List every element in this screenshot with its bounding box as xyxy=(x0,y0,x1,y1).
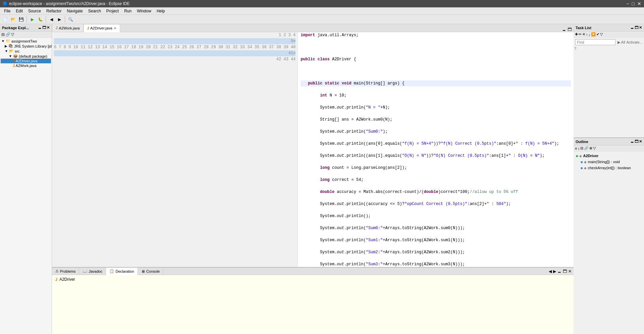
view-menu-button[interactable]: ▽ xyxy=(11,32,14,37)
task-move-down[interactable]: ↓ xyxy=(589,32,591,37)
tree-toggle[interactable]: ▼ xyxy=(5,49,8,53)
tree-item-default-package[interactable]: ▼ 📦 (default package) xyxy=(1,54,51,59)
maximize-button[interactable]: □ xyxy=(632,1,635,6)
toolbar-search[interactable]: 🔍 xyxy=(67,16,74,23)
outline-item-a2driver[interactable]: ● ◆ A2Driver xyxy=(575,153,643,159)
tree-item-a2driver[interactable]: J A2Driver.java xyxy=(1,59,51,63)
outline-maximize[interactable]: 🗖 xyxy=(635,139,638,144)
task-search-input[interactable] xyxy=(575,39,615,45)
title-text: eclipse-workspace - assignmentTwo/src/A2… xyxy=(9,1,129,6)
tab-javadoc[interactable]: 📖 Javadoc xyxy=(79,268,106,275)
menu-refactor[interactable]: Refactor xyxy=(44,8,64,14)
tab-close-a2driver[interactable]: ✕ xyxy=(114,26,116,30)
bottom-maximize[interactable]: 🗖 xyxy=(563,269,567,274)
toolbar-save[interactable]: 💾 xyxy=(17,16,25,23)
tree-item-src[interactable]: ▼ 📂 src xyxy=(1,49,51,54)
outline-panel: Outline 🗕 🗖 ✕ ≡ ↕ ⊟ 🔗 ⊕ ▽ ● ◆ xyxy=(574,138,644,334)
package-explorer-toolbar: ⊟ 🔗 ▽ xyxy=(0,31,52,38)
outline-close[interactable]: ✕ xyxy=(639,139,642,144)
task-close[interactable]: ✕ xyxy=(639,25,642,30)
toolbar-back[interactable]: ◀ xyxy=(48,16,55,23)
minimize-button[interactable]: − xyxy=(626,1,629,6)
package-explorer-close[interactable]: ✕ xyxy=(47,25,50,30)
menu-window[interactable]: Window xyxy=(134,8,154,14)
task-move-up[interactable]: ↑ xyxy=(586,32,588,37)
task-edit[interactable]: ✏ xyxy=(579,32,582,37)
editor-tab-maximize[interactable]: 🗖 xyxy=(568,27,572,32)
outline-header-buttons[interactable]: 🗕 🗖 ✕ xyxy=(630,139,642,144)
menu-source[interactable]: Source xyxy=(25,8,44,14)
task-all-label[interactable]: ▶ All xyxy=(618,40,625,44)
task-maximize[interactable]: 🗖 xyxy=(635,25,638,30)
menu-run[interactable]: Run xyxy=(121,8,134,14)
tree-item-a2work[interactable]: J A2Work.java xyxy=(1,63,51,68)
task-list-header-buttons[interactable]: 🗕 🗖 ✕ xyxy=(630,25,642,30)
outline-sync[interactable]: 🔗 xyxy=(584,146,589,150)
menu-file[interactable]: File xyxy=(1,8,13,14)
task-mark-done[interactable]: ✔ xyxy=(596,32,599,37)
tree-item-assignmenttwo[interactable]: ▼ 📁 assignmentTwo xyxy=(1,39,51,44)
bottom-close[interactable]: ✕ xyxy=(568,269,572,274)
task-minimize[interactable]: 🗕 xyxy=(630,25,634,30)
bottom-tabs: ⚠ Problems 📖 Javadoc 📋 Declaration 🖥 Con… xyxy=(52,268,574,275)
tab-label-javadoc: Javadoc xyxy=(89,269,102,273)
task-new[interactable]: ✚ xyxy=(575,32,578,37)
tab-console[interactable]: 🖥 Console xyxy=(138,268,163,275)
outline-hide-fields[interactable]: ≡ xyxy=(575,146,577,150)
declaration-label: A2Driver xyxy=(59,277,75,282)
menu-search[interactable]: Search xyxy=(86,8,104,14)
tab-declaration[interactable]: 📋 Declaration xyxy=(106,268,138,275)
menu-edit[interactable]: Edit xyxy=(13,8,25,14)
outline-collapse[interactable]: ⊟ xyxy=(580,146,583,150)
toolbar-sep-1 xyxy=(26,16,27,23)
task-delete[interactable]: ✕ xyxy=(582,32,585,37)
task-filter[interactable]: 🔽 xyxy=(591,32,596,37)
toolbar-forward[interactable]: ▶ xyxy=(56,16,63,23)
toolbar-open[interactable]: 📂 xyxy=(9,16,17,23)
tree-toggle[interactable]: ▶ xyxy=(5,44,7,48)
tree-item-jre[interactable]: ▶ 📚 JRE System Library [jdk-1 xyxy=(1,44,51,49)
menu-navigate[interactable]: Navigate xyxy=(64,8,85,14)
declaration-item: J A2Driver xyxy=(55,276,571,282)
editor-tab-minimize[interactable]: 🗕 xyxy=(562,27,566,32)
collapse-all-button[interactable]: ⊟ xyxy=(1,32,5,37)
tree-toggle[interactable]: ▼ xyxy=(1,39,5,43)
tab-icon-a2work: J xyxy=(56,26,58,30)
tree-label-src: src xyxy=(15,49,20,53)
menu-help[interactable]: Help xyxy=(154,8,168,14)
bottom-minimize[interactable]: 🗕 xyxy=(557,269,561,274)
package-explorer-title: Package Expl... xyxy=(2,26,29,30)
task-help[interactable]: ? xyxy=(574,47,576,51)
code-content[interactable]: import java.util.Arrays; public class A2… xyxy=(298,32,574,267)
link-with-editor-button[interactable]: 🔗 xyxy=(5,32,10,37)
outline-filter[interactable]: ⊕ xyxy=(589,146,592,150)
tab-problems[interactable]: ⚠ Problems xyxy=(52,268,79,275)
outline-item-main[interactable]: ● ◆ main(String[]) : void xyxy=(575,159,643,165)
tab-a2work[interactable]: J A2Work.java xyxy=(52,24,84,32)
bottom-panel: ⚠ Problems 📖 Javadoc 📋 Declaration 🖥 Con… xyxy=(52,267,574,334)
package-explorer-minimize[interactable]: 🗕 xyxy=(38,25,42,30)
toolbar-new[interactable]: 📄 xyxy=(1,16,9,23)
title-bar-controls[interactable]: − □ ✕ xyxy=(626,1,641,6)
package-explorer-maximize[interactable]: 🗖 xyxy=(42,25,46,30)
outline-minimize[interactable]: 🗕 xyxy=(630,139,634,144)
close-button[interactable]: ✕ xyxy=(637,1,641,6)
tab-a2driver[interactable]: J A2Driver.java ✕ xyxy=(84,24,120,32)
task-activate-label[interactable]: Activate... xyxy=(626,40,642,44)
toolbar-run[interactable]: ▶ xyxy=(29,16,36,23)
menu-project[interactable]: Project xyxy=(104,8,121,14)
toolbar: 📄 📂 💾 ▶ 🐛 ◀ ▶ 🔍 xyxy=(0,15,644,24)
outline-sort[interactable]: ↕ xyxy=(578,146,580,150)
tree-toggle[interactable]: ▼ xyxy=(9,54,12,58)
editor-area[interactable]: 1 2 3 4 5⊙ 6 7 8 9 10 11 12 13 14 15 16 … xyxy=(52,32,574,267)
code-container[interactable]: 1 2 3 4 5⊙ 6 7 8 9 10 11 12 13 14 15 16 … xyxy=(52,32,574,267)
toolbar-debug[interactable]: 🐛 xyxy=(37,16,44,23)
bottom-nav-forward[interactable]: ▶ xyxy=(553,269,556,274)
bottom-nav-back[interactable]: ◀ xyxy=(549,269,552,274)
package-explorer-header-buttons[interactable]: 🗕 🗖 ✕ xyxy=(38,25,50,30)
outline-options[interactable]: ▽ xyxy=(593,146,596,150)
outline-item-checkarray[interactable]: ● ◆ checkArray(int[]) : boolean xyxy=(575,165,643,171)
task-find: ▶ All Activate... ? xyxy=(574,38,644,52)
toolbar-sep-3 xyxy=(65,16,65,23)
task-options[interactable]: ▽ xyxy=(600,32,603,37)
